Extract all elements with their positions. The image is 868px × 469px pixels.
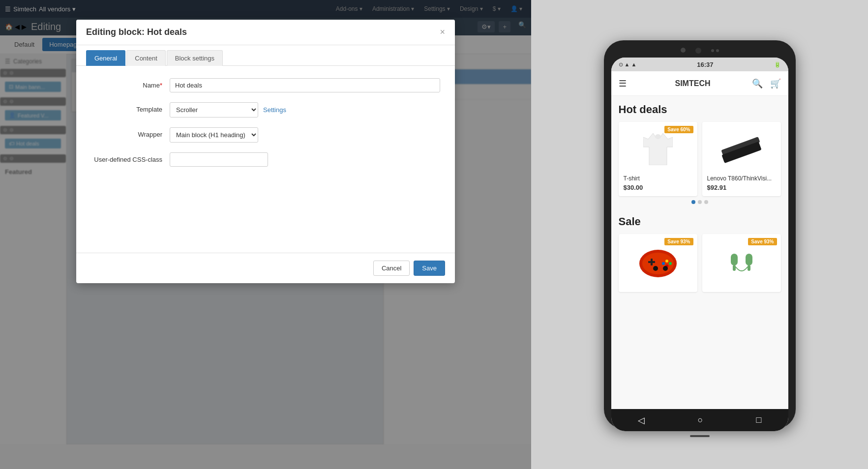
- phone-product-tshirt-name: T-shirt: [624, 175, 692, 182]
- phone-hot-deals-title: Hot deals: [619, 103, 781, 116]
- svg-point-1: [655, 134, 661, 139]
- phone-search-icon[interactable]: 🔍: [752, 78, 763, 89]
- form-group-wrapper: Wrapper Main block (H1 heading) Main blo…: [91, 127, 440, 143]
- printer-svg: [719, 133, 764, 165]
- phone-sale-product2-img: [707, 239, 776, 283]
- phone-back-btn[interactable]: ◁: [628, 411, 655, 430]
- name-required: *: [160, 82, 162, 89]
- battery-icon: 🔋: [774, 61, 781, 68]
- phone-sale-title: Sale: [619, 215, 781, 228]
- wrapper-select[interactable]: Main block (H1 heading) Main block (H2 h…: [170, 127, 258, 143]
- form-group-template: Template Scroller Grid List Settings: [91, 102, 440, 117]
- phone-home-btn[interactable]: ○: [688, 411, 713, 429]
- modal-header: Editing block: Hot deals ×: [76, 20, 455, 45]
- settings-link[interactable]: Settings: [263, 106, 286, 114]
- phone-cart-icon[interactable]: 🛒: [770, 78, 781, 89]
- phone-header-icons: 🔍 🛒: [752, 78, 781, 89]
- css-label: User-defined CSS-class: [91, 152, 170, 163]
- phone-recent-btn[interactable]: □: [747, 411, 772, 429]
- svg-point-13: [663, 266, 668, 271]
- phone-app-header: ☰ SIMTECH 🔍 🛒: [611, 71, 788, 96]
- tshirt-svg: [643, 133, 673, 165]
- modal-close-button[interactable]: ×: [440, 27, 445, 37]
- svg-point-9: [669, 262, 672, 265]
- phone-sale-section: Sale Save 93%: [611, 215, 788, 299]
- svg-rect-7: [651, 259, 653, 265]
- phone-product-tshirt-img: [624, 127, 692, 171]
- wifi-icon: ▲: [625, 61, 630, 67]
- modal-title: Editing block: Hot deals: [86, 27, 187, 37]
- editing-modal: Editing block: Hot deals × General Conte…: [76, 20, 455, 283]
- phone-dot-3[interactable]: [704, 200, 708, 204]
- phone-sale-product1-img: [624, 239, 692, 283]
- template-label: Template: [91, 102, 170, 113]
- modal-body: Name* Template Scroller Grid L: [76, 66, 455, 253]
- svg-rect-17: [748, 265, 750, 271]
- phone-dots: [619, 196, 781, 208]
- gamepad-svg: [638, 244, 678, 278]
- svg-point-11: [662, 262, 665, 265]
- css-input-wrapper: [170, 152, 440, 167]
- modal-overlay: Editing block: Hot deals × General Conte…: [0, 0, 531, 469]
- name-input-wrapper: [170, 78, 440, 92]
- phone-dot-1[interactable]: [691, 200, 695, 204]
- phone-save-badge-product1: Save 60%: [664, 126, 693, 133]
- phone-brand: SIMTECH: [634, 79, 752, 88]
- modal-tabs: General Content Block settings: [76, 45, 455, 66]
- template-input-wrapper: Scroller Grid List Settings: [170, 102, 440, 117]
- phone-status-icon1: ⊙: [619, 61, 623, 68]
- form-group-css: User-defined CSS-class: [91, 152, 440, 167]
- phone-status-bar: ⊙ ▲ ▲ 16:37 🔋: [611, 58, 788, 71]
- phone-dot-2[interactable]: [698, 200, 702, 204]
- phone-content: Hot deals Save 60%: [611, 96, 788, 409]
- phone-product-tshirt-price: $30.00: [624, 184, 692, 191]
- modal-footer: Cancel Save: [76, 253, 455, 283]
- earphones-svg: [727, 241, 756, 281]
- phone-sale-products-row: Save 93%: [619, 234, 781, 292]
- admin-panel: ☰ Simtech All vendors ▾ Add-ons ▾ Admini…: [0, 0, 531, 469]
- phone-sale-product2[interactable]: Save 93%: [702, 234, 781, 292]
- wrapper-label: Wrapper: [91, 127, 170, 138]
- wrapper-input-wrapper: Main block (H1 heading) Main block (H2 h…: [170, 127, 440, 143]
- css-input[interactable]: [170, 152, 268, 167]
- modal-tab-general[interactable]: General: [86, 50, 125, 66]
- phone-product-lenovo-name: Lenovo T860/ThinkVisi...: [707, 175, 776, 182]
- phone-sale-badge2: Save 93%: [748, 238, 777, 245]
- name-label: Name*: [91, 78, 170, 89]
- phone-menu-icon[interactable]: ☰: [619, 78, 627, 89]
- phone-nav-bar: ◁ ○ □: [611, 409, 788, 431]
- modal-tab-content[interactable]: Content: [126, 50, 166, 66]
- name-input[interactable]: [170, 78, 440, 92]
- svg-rect-16: [746, 254, 752, 265]
- svg-rect-15: [733, 265, 736, 271]
- mobile-preview: ⊙ ▲ ▲ 16:37 🔋 ☰ SIMTECH 🔍 🛒: [531, 0, 868, 469]
- phone-outer: ⊙ ▲ ▲ 16:37 🔋 ☰ SIMTECH 🔍 🛒: [604, 40, 796, 429]
- phone-time: 16:37: [697, 61, 713, 68]
- signal-icon: ▲: [631, 61, 636, 67]
- phone-product-lenovo[interactable]: Lenovo T860/ThinkVisi... $92.91: [702, 122, 781, 196]
- form-group-name: Name*: [91, 78, 440, 92]
- phone-sale-product1[interactable]: Save 93%: [619, 234, 697, 292]
- phone-product-tshirt[interactable]: Save 60% T-shirt $30.00: [619, 122, 697, 196]
- template-select[interactable]: Scroller Grid List: [170, 102, 258, 117]
- phone-products-row: Save 60% T-shirt $30.00: [619, 122, 781, 196]
- phone-hot-deals-section: Hot deals Save 60%: [611, 96, 788, 215]
- svg-rect-14: [731, 254, 738, 265]
- save-button[interactable]: Save: [414, 261, 445, 276]
- svg-point-8: [665, 260, 668, 263]
- phone-product-lenovo-price: $92.91: [707, 184, 776, 191]
- svg-point-12: [653, 266, 658, 271]
- modal-tab-block-settings[interactable]: Block settings: [167, 50, 223, 66]
- cancel-button[interactable]: Cancel: [373, 261, 410, 276]
- phone-sale-badge1: Save 93%: [664, 238, 693, 245]
- phone-inner: ⊙ ▲ ▲ 16:37 🔋 ☰ SIMTECH 🔍 🛒: [611, 58, 788, 431]
- phone-product-lenovo-img: [707, 127, 776, 171]
- template-select-wrapper: Scroller Grid List Settings: [170, 102, 440, 117]
